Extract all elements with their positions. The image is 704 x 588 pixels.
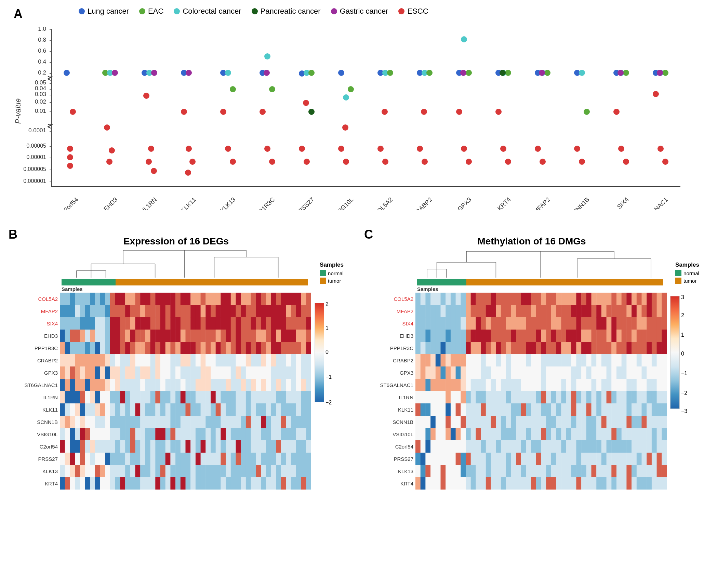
svg-rect-513 bbox=[306, 391, 311, 404]
svg-rect-752 bbox=[251, 453, 256, 465]
svg-rect-912 bbox=[592, 293, 597, 305]
svg-rect-1009 bbox=[576, 317, 581, 330]
svg-rect-1293 bbox=[496, 391, 501, 404]
svg-rect-320 bbox=[90, 354, 95, 367]
svg-rect-479 bbox=[135, 391, 141, 404]
svg-rect-1126 bbox=[662, 342, 667, 355]
svg-rect-551 bbox=[246, 403, 251, 416]
svg-rect-1612 bbox=[592, 465, 597, 478]
svg-rect-100 bbox=[241, 293, 246, 305]
svg-rect-1635 bbox=[456, 477, 461, 490]
svg-rect-788 bbox=[181, 465, 186, 478]
svg-rect-1516 bbox=[611, 440, 616, 453]
svg-rect-1269 bbox=[626, 379, 632, 391]
svg-rect-666 bbox=[70, 440, 75, 453]
svg-rect-360 bbox=[291, 354, 296, 367]
svg-rect-1284 bbox=[451, 391, 456, 404]
svg-rect-598 bbox=[231, 416, 236, 428]
svg-rect-170 bbox=[90, 317, 95, 330]
svg-rect-1030 bbox=[430, 330, 436, 342]
svg-rect-497 bbox=[226, 391, 231, 404]
svg-rect-1094 bbox=[501, 342, 506, 355]
svg-rect-1069 bbox=[626, 330, 632, 342]
svg-rect-759 bbox=[286, 453, 291, 465]
dendrogram-c bbox=[417, 249, 663, 279]
svg-rect-764 bbox=[60, 465, 65, 478]
svg-rect-1363 bbox=[596, 403, 601, 416]
svg-rect-509 bbox=[286, 391, 291, 404]
svg-rect-758 bbox=[281, 453, 286, 465]
dot bbox=[662, 159, 668, 165]
svg-rect-746 bbox=[221, 453, 226, 465]
svg-rect-428 bbox=[130, 379, 135, 391]
svg-rect-1600 bbox=[531, 465, 536, 478]
svg-rect-981 bbox=[436, 317, 441, 330]
svg-rect-67 bbox=[75, 293, 80, 305]
svg-rect-462 bbox=[301, 379, 306, 391]
svg-rect-279 bbox=[135, 342, 141, 355]
svg-rect-1172 bbox=[642, 354, 647, 367]
svg-rect-280 bbox=[140, 342, 145, 355]
svg-rect-1185 bbox=[456, 366, 461, 379]
svg-rect-537 bbox=[175, 403, 181, 416]
svg-rect-1168 bbox=[622, 354, 627, 367]
svg-rect-863 bbox=[306, 477, 311, 490]
svg-rect-850 bbox=[241, 477, 246, 490]
svg-rect-406 bbox=[271, 366, 276, 379]
svg-rect-1214 bbox=[601, 366, 607, 379]
svg-rect-442 bbox=[201, 379, 206, 391]
svg-rect-337 bbox=[175, 354, 181, 367]
svg-rect-680 bbox=[140, 440, 145, 453]
svg-rect-520 bbox=[90, 403, 95, 416]
svg-rect-502 bbox=[251, 391, 256, 404]
svg-rect-1226 bbox=[662, 366, 667, 379]
svg-rect-844 bbox=[211, 477, 216, 490]
svg-rect-247 bbox=[226, 330, 231, 342]
panel-c-title: Methylation of 16 DMGs bbox=[362, 236, 701, 247]
svg-rect-584 bbox=[160, 416, 165, 428]
svg-rect-1271 bbox=[637, 379, 642, 391]
svg-rect-1202 bbox=[541, 366, 546, 379]
svg-rect-1344 bbox=[501, 403, 506, 416]
svg-rect-1423 bbox=[647, 416, 652, 428]
svg-rect-885 bbox=[456, 293, 461, 305]
svg-rect-647 bbox=[226, 428, 231, 441]
svg-rect-1353 bbox=[546, 403, 551, 416]
svg-rect-89 bbox=[186, 293, 191, 305]
svg-rect-1504 bbox=[551, 440, 556, 453]
svg-rect-1137 bbox=[466, 354, 471, 367]
svg-rect-531 bbox=[145, 403, 150, 416]
svg-rect-211 bbox=[296, 317, 301, 330]
dot bbox=[343, 94, 349, 101]
svg-rect-717 bbox=[75, 453, 80, 465]
svg-rect-1562 bbox=[592, 453, 597, 465]
svg-rect-83 bbox=[155, 293, 160, 305]
svg-rect-263 bbox=[306, 330, 311, 342]
svg-rect-1429 bbox=[425, 428, 430, 441]
dot bbox=[500, 70, 506, 76]
svg-rect-441 bbox=[196, 379, 201, 391]
svg-rect-779 bbox=[135, 465, 141, 478]
svg-rect-335 bbox=[165, 354, 171, 367]
svg-rect-299 bbox=[236, 342, 241, 355]
svg-rect-1339 bbox=[476, 403, 481, 416]
svg-rect-1260 bbox=[581, 379, 586, 391]
svg-rect-1239 bbox=[476, 379, 481, 391]
svg-rect-1104 bbox=[551, 342, 556, 355]
svg-rect-1150 bbox=[531, 354, 536, 367]
svg-rect-105 bbox=[266, 293, 271, 305]
svg-rect-316 bbox=[70, 354, 75, 367]
svg-rect-577 bbox=[125, 416, 130, 428]
svg-rect-1222 bbox=[642, 366, 647, 379]
svg-rect-1023 bbox=[647, 317, 652, 330]
svg-rect-538 bbox=[181, 403, 186, 416]
svg-rect-1119 bbox=[626, 342, 632, 355]
svg-rect-347 bbox=[226, 354, 231, 367]
svg-rect-404 bbox=[261, 366, 266, 379]
svg-rect-1176 bbox=[662, 354, 667, 367]
svg-rect-1286 bbox=[461, 391, 466, 404]
svg-rect-1277 bbox=[415, 391, 421, 404]
svg-rect-1463 bbox=[596, 428, 601, 441]
svg-rect-225 bbox=[115, 330, 120, 342]
svg-rect-786 bbox=[170, 465, 175, 478]
